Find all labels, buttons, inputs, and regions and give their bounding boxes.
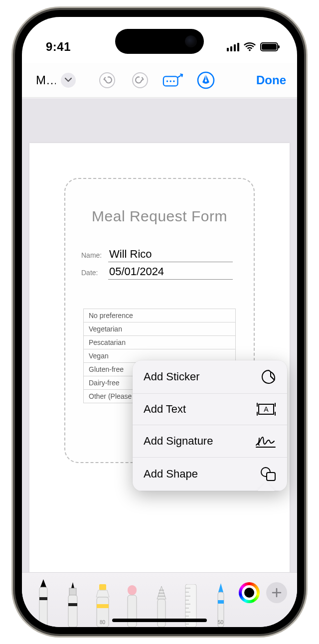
autofill-icon: [162, 73, 183, 87]
svg-rect-13: [39, 587, 47, 627]
svg-rect-20: [97, 604, 109, 608]
highlighter-size-label: 80: [100, 620, 105, 625]
pen-tip-button[interactable]: [195, 70, 216, 91]
svg-rect-17: [68, 603, 77, 606]
battery-icon: [260, 42, 278, 51]
pen-tool[interactable]: [32, 577, 55, 627]
menu-label: Add Signature: [144, 435, 213, 448]
plus-icon: [272, 588, 282, 598]
date-value[interactable]: 05/01/2024: [108, 265, 233, 280]
date-field-row: Date: 05/01/2024: [81, 265, 233, 280]
redo-icon: [132, 72, 149, 89]
textbox-icon: A: [256, 403, 276, 416]
status-indicators: [227, 42, 279, 51]
done-button[interactable]: Done: [256, 73, 286, 87]
pref-row: No preference: [84, 309, 235, 322]
chevron-down-icon: [65, 78, 72, 83]
svg-rect-22: [128, 595, 137, 627]
svg-rect-36: [218, 600, 224, 604]
redo-button[interactable]: [130, 70, 151, 91]
svg-point-4: [170, 80, 171, 82]
color-picker-button[interactable]: [239, 582, 260, 603]
pencil-tool[interactable]: 50: [209, 577, 232, 627]
add-signature-item[interactable]: Add Signature: [133, 425, 287, 458]
svg-point-7: [205, 79, 207, 81]
undo-icon: [99, 72, 116, 89]
svg-text:A: A: [264, 405, 269, 413]
cellular-icon: [227, 43, 240, 51]
menu-label: Add Text: [144, 403, 186, 416]
menu-label: Add Shape: [144, 468, 198, 481]
name-value[interactable]: Will Rico: [108, 248, 233, 262]
pencil-size-label: 50: [218, 620, 223, 625]
document-title: M…: [36, 73, 56, 87]
title-chevron-button[interactable]: [61, 73, 76, 88]
svg-rect-16: [68, 595, 77, 627]
add-menu-popover: Add Sticker Add Text A Add Signature Add…: [133, 360, 287, 491]
svg-rect-14: [39, 597, 47, 600]
add-sticker-item[interactable]: Add Sticker: [133, 360, 287, 394]
name-label: Name:: [81, 251, 103, 259]
sticker-icon: [261, 369, 276, 384]
add-text-item[interactable]: Add Text A: [133, 394, 287, 425]
pen-tip-icon: [197, 71, 215, 89]
name-field-row: Name: Will Rico: [81, 248, 233, 262]
svg-point-0: [100, 73, 115, 88]
phone-frame: 9:41 M… D: [15, 10, 304, 634]
home-indicator[interactable]: [112, 619, 207, 622]
form-title: Meal Request Form: [65, 208, 254, 225]
svg-rect-23: [158, 599, 165, 627]
svg-rect-12: [267, 473, 275, 481]
markup-toolbar: M… Done: [22, 63, 297, 98]
highlighter-tool[interactable]: 80: [91, 577, 114, 627]
signature-icon: [255, 434, 276, 448]
svg-point-3: [166, 80, 168, 82]
menu-label: Add Sticker: [144, 370, 200, 383]
document-canvas[interactable]: Meal Request Form Name: Will Rico Date: …: [22, 98, 297, 572]
autofill-button[interactable]: [162, 70, 183, 91]
date-label: Date:: [81, 269, 103, 277]
svg-point-1: [133, 73, 148, 88]
document-page: Meal Request Form Name: Will Rico Date: …: [29, 143, 290, 572]
marker-tool[interactable]: [61, 577, 84, 627]
add-button[interactable]: [266, 582, 287, 603]
dynamic-island: [115, 29, 204, 54]
pref-row: Vegetarian: [84, 322, 235, 336]
svg-rect-15: [69, 588, 76, 595]
status-time: 9:41: [46, 40, 71, 54]
svg-point-5: [173, 80, 174, 82]
pref-row: Pescatarian: [84, 336, 235, 349]
undo-button[interactable]: [97, 70, 118, 91]
screen: 9:41 M… D: [22, 17, 297, 627]
shape-icon: [260, 467, 276, 482]
wifi-icon: [244, 42, 256, 51]
svg-rect-21: [128, 585, 137, 595]
svg-rect-18: [99, 584, 106, 590]
